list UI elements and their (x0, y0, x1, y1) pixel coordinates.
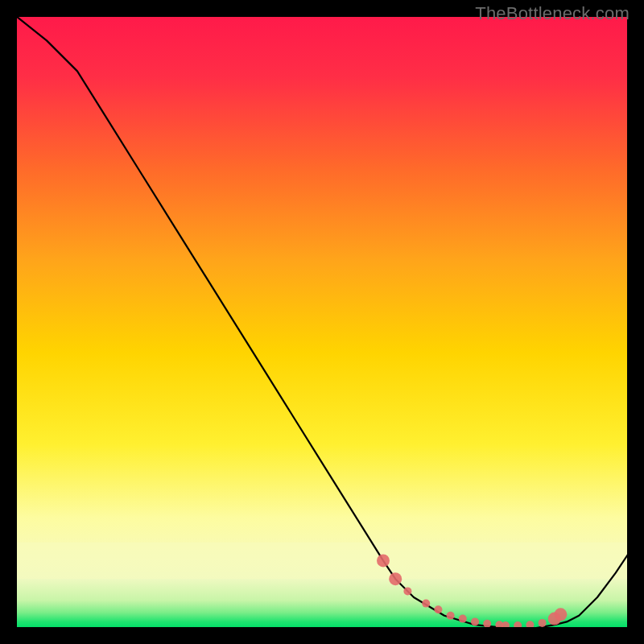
marker-dot (447, 612, 455, 620)
marker-dot (471, 617, 479, 625)
watermark-text: TheBottleneck.com (475, 3, 630, 24)
pale-band (16, 543, 628, 580)
marker-dot (539, 619, 547, 627)
chart-svg (16, 16, 628, 628)
marker-dot (434, 605, 442, 613)
marker-dot (377, 554, 390, 567)
marker-dot (403, 587, 411, 595)
gradient-background (16, 16, 628, 628)
marker-dot (554, 608, 567, 621)
marker-dot (459, 615, 467, 623)
plot-frame (16, 16, 628, 628)
marker-dot (389, 572, 402, 585)
marker-dot (483, 620, 491, 628)
marker-dot (422, 600, 430, 608)
chart-container: TheBottleneck.com (0, 0, 644, 644)
